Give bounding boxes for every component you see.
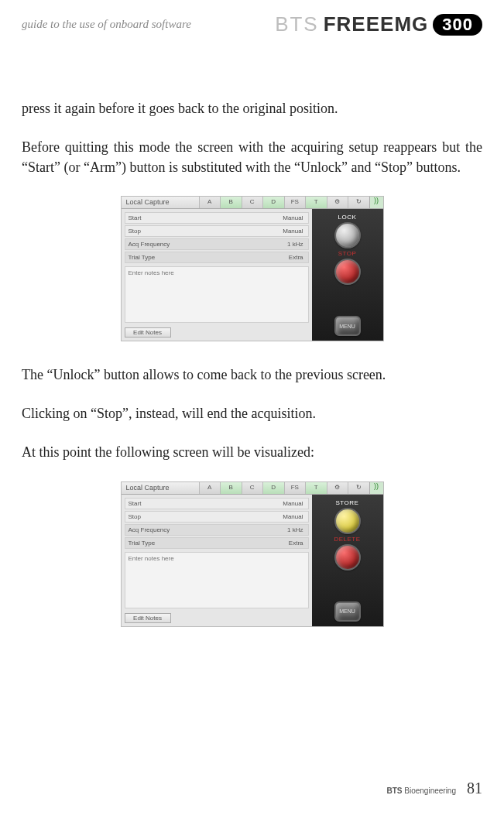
ui-row-stop: Stop Manual bbox=[125, 511, 309, 523]
delete-label: DELETE bbox=[334, 536, 360, 543]
row-label: Stop bbox=[125, 226, 279, 236]
ui-tab[interactable]: C bbox=[242, 197, 263, 208]
ui-tab[interactable]: FS bbox=[284, 482, 306, 494]
row-value: Manual bbox=[278, 512, 307, 522]
ui-window-title: Local Capture bbox=[122, 482, 199, 494]
page-number: 81 bbox=[467, 780, 482, 797]
row-value: 1 kHz bbox=[283, 239, 307, 249]
ui-tabstrip: A B C D FS T ⚙ ↻ bbox=[199, 197, 369, 208]
paragraph: Before quitting this mode the screen wit… bbox=[22, 137, 482, 177]
brand-freeemg: FREEEMG bbox=[324, 12, 429, 36]
ui-notes-area[interactable]: Enter notes here bbox=[125, 266, 309, 323]
embedded-ui-store-delete: Local Capture A B C D FS T ⚙ ↻ )) Start … bbox=[121, 481, 384, 627]
row-label: Start bbox=[125, 499, 279, 509]
store-button[interactable] bbox=[334, 508, 361, 534]
ui-row-trial: Trial Type Extra bbox=[125, 537, 309, 549]
row-value: Manual bbox=[278, 499, 307, 509]
stop-label: STOP bbox=[338, 250, 357, 257]
row-value: Manual bbox=[278, 213, 307, 223]
ui-row-stop: Stop Manual bbox=[125, 225, 309, 237]
lock-label: LOCK bbox=[338, 214, 357, 221]
wifi-icon: )) bbox=[369, 197, 383, 208]
page-footer: BTS Bioengineering 81 bbox=[387, 780, 483, 797]
ui-settings-panel: Start Manual Stop Manual Acq Frequency 1… bbox=[122, 209, 312, 341]
edit-notes-button[interactable]: Edit Notes bbox=[125, 327, 171, 338]
paragraph: Clicking on “Stop”, instead, will end th… bbox=[22, 403, 482, 423]
row-value: Extra bbox=[284, 252, 308, 262]
brand-bts: BTS bbox=[275, 12, 319, 36]
footer-company: BTS Bioengineering bbox=[387, 786, 457, 795]
ui-tab[interactable]: ⚙ bbox=[327, 197, 348, 208]
footer-company-bold: BTS bbox=[387, 786, 403, 795]
ui-notes-area[interactable]: Enter notes here bbox=[125, 552, 309, 608]
ui-window-title: Local Capture bbox=[122, 197, 199, 208]
page-header: guide to the use of onboard software BTS… bbox=[22, 12, 482, 36]
ui-tab[interactable]: A bbox=[199, 197, 221, 208]
stop-button[interactable] bbox=[334, 259, 361, 285]
wifi-icon: )) bbox=[369, 482, 383, 494]
ui-button-column: STORE DELETE MENU bbox=[312, 495, 383, 626]
brand-badge: 300 bbox=[433, 14, 482, 36]
delete-button[interactable] bbox=[334, 544, 361, 571]
ui-tab[interactable]: ⚙ bbox=[327, 482, 348, 494]
lock-button[interactable] bbox=[334, 222, 361, 248]
paragraph: The “Unlock” button allows to come back … bbox=[22, 365, 482, 385]
edit-notes-button[interactable]: Edit Notes bbox=[125, 613, 171, 623]
paragraph: press it again before it goes back to th… bbox=[22, 98, 482, 118]
row-value: Extra bbox=[284, 538, 308, 548]
ui-tab[interactable]: B bbox=[220, 482, 242, 494]
embedded-ui-lock-stop: Local Capture A B C D FS T ⚙ ↻ )) Start … bbox=[121, 196, 384, 341]
footer-company-rest: Bioengineering bbox=[403, 786, 457, 795]
ui-tab[interactable]: A bbox=[199, 482, 221, 494]
ui-button-column: LOCK STOP MENU bbox=[312, 209, 383, 341]
body-text: press it again before it goes back to th… bbox=[22, 98, 482, 627]
ui-row-freq: Acq Frequency 1 kHz bbox=[125, 524, 309, 536]
row-value: 1 kHz bbox=[283, 525, 307, 535]
row-label: Stop bbox=[125, 512, 279, 522]
ui-tab[interactable]: D bbox=[262, 482, 284, 494]
menu-button[interactable]: MENU bbox=[334, 601, 361, 622]
ui-tab[interactable]: ↻ bbox=[348, 197, 369, 208]
row-label: Trial Type bbox=[125, 252, 284, 262]
row-value: Manual bbox=[278, 226, 307, 236]
row-label: Start bbox=[125, 213, 279, 223]
ui-tab[interactable]: T bbox=[305, 197, 327, 208]
ui-tab[interactable]: ↻ bbox=[348, 482, 369, 494]
ui-row-start: Start Manual bbox=[125, 212, 309, 224]
brand-block: BTS FREEEMG 300 bbox=[275, 12, 482, 36]
paragraph: At this point the following screen will … bbox=[22, 442, 482, 462]
row-label: Acq Frequency bbox=[125, 525, 283, 535]
ui-tab[interactable]: T bbox=[305, 482, 327, 494]
ui-tab[interactable]: FS bbox=[284, 197, 306, 208]
row-label: Trial Type bbox=[125, 538, 284, 548]
row-label: Acq Frequency bbox=[125, 239, 283, 249]
ui-tab[interactable]: C bbox=[242, 482, 263, 494]
ui-tab[interactable]: B bbox=[220, 197, 242, 208]
section-title: guide to the use of onboard software bbox=[22, 18, 191, 31]
ui-row-freq: Acq Frequency 1 kHz bbox=[125, 238, 309, 250]
ui-titlebar: Local Capture A B C D FS T ⚙ ↻ )) bbox=[122, 197, 383, 209]
ui-tab[interactable]: D bbox=[262, 197, 284, 208]
ui-tabstrip: A B C D FS T ⚙ ↻ bbox=[199, 482, 369, 494]
menu-button[interactable]: MENU bbox=[334, 316, 361, 336]
ui-settings-panel: Start Manual Stop Manual Acq Frequency 1… bbox=[122, 495, 312, 626]
ui-row-trial: Trial Type Extra bbox=[125, 252, 309, 263]
store-label: STORE bbox=[336, 499, 359, 506]
ui-titlebar: Local Capture A B C D FS T ⚙ ↻ )) bbox=[122, 482, 383, 495]
ui-row-start: Start Manual bbox=[125, 498, 309, 509]
